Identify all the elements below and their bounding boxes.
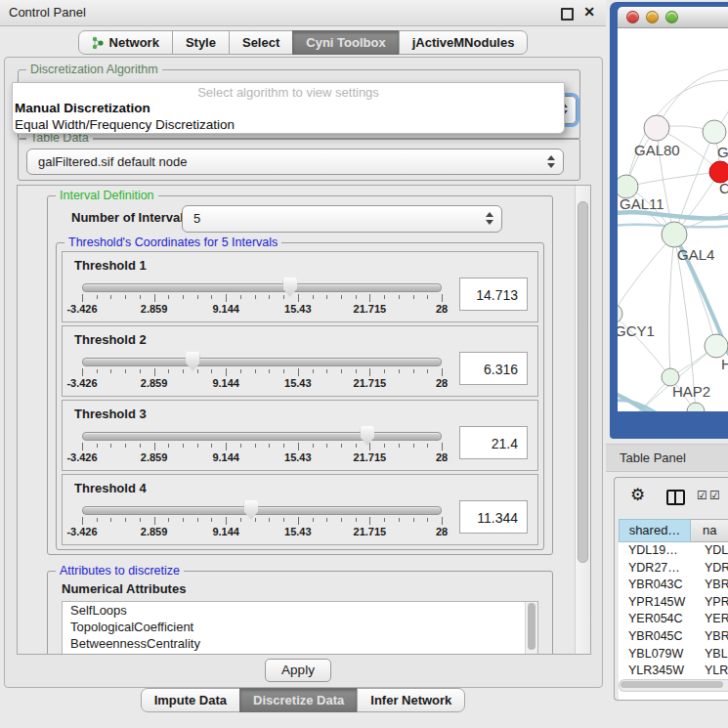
table-cell[interactable]: YPR1 bbox=[691, 594, 728, 612]
tick-mark bbox=[168, 444, 169, 448]
network-window-titlebar[interactable] bbox=[618, 7, 728, 28]
network-node-h[interactable] bbox=[705, 334, 728, 358]
threshold-value-field[interactable]: 11.344 bbox=[459, 500, 528, 534]
close-icon[interactable]: ✕ bbox=[583, 4, 595, 20]
table-toolbar: ⚙ ☑ ☑ bbox=[615, 483, 728, 512]
tick-mark bbox=[110, 295, 111, 299]
slider-track[interactable] bbox=[82, 506, 442, 515]
column-header[interactable]: na bbox=[691, 519, 728, 542]
attributes-list[interactable]: SelfLoopsTopologicalCoefficientBetweenne… bbox=[62, 601, 538, 655]
slider-track[interactable] bbox=[82, 283, 442, 292]
threshold-slider[interactable]: -3.4262.8599.14415.4321.71528 bbox=[80, 499, 444, 538]
split-columns-icon[interactable] bbox=[666, 490, 685, 505]
table-cell[interactable]: YDL1 bbox=[691, 542, 728, 560]
tick-mark bbox=[97, 518, 98, 522]
threshold-panel: Threshold 3-3.4262.8599.14415.4321.71528… bbox=[62, 400, 538, 471]
checkbox-icon[interactable]: ☑ bbox=[709, 489, 720, 502]
table-cell[interactable]: YDR2 bbox=[691, 560, 728, 578]
panel-title: Control Panel bbox=[9, 0, 86, 25]
slider-ticks bbox=[82, 443, 442, 451]
network-edge[interactable] bbox=[657, 69, 728, 128]
network-edge[interactable] bbox=[626, 172, 720, 187]
threshold-row: -3.4262.8599.14415.4321.715286.316 bbox=[72, 351, 528, 390]
table-row[interactable]: YBR045CYBR0 bbox=[619, 628, 728, 646]
tab-network[interactable]: Network bbox=[78, 30, 173, 55]
table-cell[interactable]: YDL19… bbox=[619, 542, 691, 560]
network-node-gal4[interactable] bbox=[662, 222, 687, 247]
table-cell[interactable]: YER0 bbox=[691, 611, 728, 628]
tab-style[interactable]: Style bbox=[172, 30, 230, 55]
table-cell[interactable]: YBR0 bbox=[691, 577, 728, 594]
dropdown-option-equal-width-frequency[interactable]: Equal Width/Frequency Discretization bbox=[13, 116, 564, 133]
list-item[interactable]: SelfLoops bbox=[63, 602, 537, 619]
threshold-label: Threshold 3 bbox=[74, 407, 528, 421]
network-edge[interactable] bbox=[618, 235, 674, 314]
table-cell[interactable]: YER054C bbox=[619, 611, 691, 628]
scrollbar-thumb[interactable] bbox=[578, 201, 588, 563]
dropdown-option-manual-discretization[interactable]: Manual Discretization bbox=[13, 100, 564, 116]
list-item[interactable]: TopologicalCoefficient bbox=[63, 619, 537, 635]
tab-discretize-data[interactable]: Discretize Data bbox=[239, 688, 358, 712]
table-cell[interactable]: YBL0 bbox=[691, 646, 728, 664]
tick-mark bbox=[313, 444, 314, 448]
apply-button[interactable]: Apply bbox=[265, 659, 331, 682]
network-node-gcy1[interactable] bbox=[618, 304, 622, 323]
tab-impute-data[interactable]: Impute Data bbox=[141, 688, 240, 712]
minimize-traffic-light[interactable] bbox=[646, 11, 659, 23]
table-row[interactable]: YDR27…YDR2 bbox=[619, 560, 728, 578]
attributes-scrollbar[interactable] bbox=[525, 602, 537, 655]
network-canvas[interactable]: GAL80GACGAL11GAL4GCY1HHAP2 bbox=[618, 28, 728, 411]
tab-infer-network[interactable]: Infer Network bbox=[357, 688, 465, 712]
table-row[interactable]: YBL079WYBL0 bbox=[619, 646, 728, 664]
column-header[interactable]: shared… bbox=[619, 519, 691, 542]
table-row[interactable]: YER054CYER0 bbox=[619, 611, 728, 628]
tick-mark bbox=[369, 368, 370, 376]
threshold-slider[interactable]: -3.4262.8599.14415.4321.71528 bbox=[80, 277, 444, 316]
tab-jactivemnodules[interactable]: jActiveMNodules bbox=[399, 30, 529, 55]
table-row[interactable]: YPR145WYPR1 bbox=[619, 594, 728, 612]
table-row[interactable]: YBR043CYBR0 bbox=[619, 577, 728, 594]
tab-select[interactable]: Select bbox=[229, 30, 293, 55]
table-row[interactable]: YLR345WYLR3 bbox=[619, 663, 728, 680]
table-cell[interactable]: YBR0 bbox=[691, 628, 728, 646]
zoom-traffic-light[interactable] bbox=[665, 11, 678, 23]
slider-track[interactable] bbox=[82, 432, 442, 441]
list-item[interactable]: BetweennessCentrality bbox=[63, 635, 537, 652]
close-traffic-light[interactable] bbox=[626, 11, 639, 23]
node-label: GAL11 bbox=[620, 195, 664, 212]
gear-icon[interactable]: ⚙ bbox=[630, 485, 645, 505]
network-edge[interactable] bbox=[618, 212, 728, 218]
threshold-slider[interactable]: -3.4262.8599.14415.4321.71528 bbox=[80, 425, 444, 464]
threshold-panel: Threshold 4-3.4262.8599.14415.4321.71528… bbox=[62, 474, 538, 545]
threshold-label: Threshold 4 bbox=[74, 481, 528, 495]
scrollbar-thumb[interactable] bbox=[621, 681, 723, 688]
table-cell[interactable]: YBR043C bbox=[619, 577, 691, 594]
table-cell[interactable]: YBL079W bbox=[619, 646, 691, 664]
vertical-scrollbar[interactable] bbox=[575, 186, 590, 654]
threshold-value-field[interactable]: 6.316 bbox=[459, 352, 528, 385]
tick-mark bbox=[168, 518, 169, 522]
slider-track[interactable] bbox=[82, 358, 442, 366]
table-cell[interactable]: YDR27… bbox=[619, 560, 691, 578]
num-intervals-select[interactable]: 5 bbox=[182, 205, 502, 233]
threshold-value-field[interactable]: 21.4 bbox=[459, 426, 528, 459]
tick-mark bbox=[255, 444, 256, 448]
horizontal-scrollbar[interactable] bbox=[619, 679, 728, 692]
float-window-icon[interactable] bbox=[561, 8, 574, 21]
table-data-value: galFiltered.sif default node bbox=[27, 150, 563, 174]
tick-mark bbox=[427, 518, 428, 522]
network-node-ga[interactable] bbox=[703, 120, 726, 144]
table-cell[interactable]: YLR345W bbox=[619, 663, 691, 680]
scrollbar-thumb[interactable] bbox=[528, 603, 535, 650]
table-cell[interactable]: YLR3 bbox=[691, 663, 728, 680]
table-data-select[interactable]: galFiltered.sif default node bbox=[26, 149, 564, 175]
table-cell[interactable]: YBR045C bbox=[619, 628, 691, 646]
tab-cyni-toolbox[interactable]: Cyni Toolbox bbox=[292, 30, 399, 55]
network-node-gal80[interactable] bbox=[644, 115, 669, 141]
table-row[interactable]: YDL19…YDL1 bbox=[619, 542, 728, 560]
checkbox-icon[interactable]: ☑ bbox=[697, 489, 707, 502]
table-cell[interactable]: YPR145W bbox=[619, 594, 691, 612]
threshold-slider[interactable]: -3.4262.8599.14415.4321.71528 bbox=[80, 351, 444, 390]
threshold-value-field[interactable]: 14.713 bbox=[459, 278, 528, 311]
network-edge[interactable] bbox=[669, 235, 674, 377]
